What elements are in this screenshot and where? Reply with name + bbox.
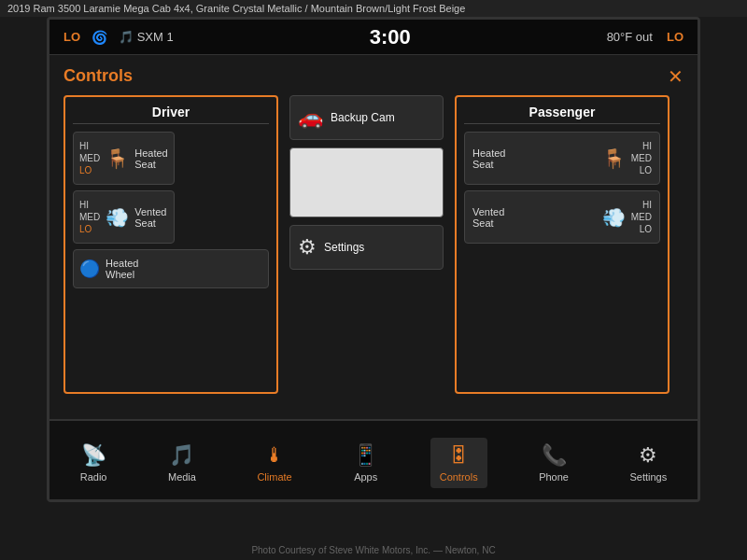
lo-left-badge: LO: [63, 30, 80, 44]
nav-item-radio[interactable]: 📡 Radio: [71, 438, 117, 488]
temperature-display: 80°F out: [607, 30, 653, 44]
backup-cam-preview: [289, 147, 444, 217]
climate-nav-label: Climate: [257, 471, 291, 483]
main-area: Controls ✕ Driver HI MED LO 🪑: [49, 55, 698, 419]
radio-nav-icon: 📡: [81, 443, 106, 468]
nav-item-apps[interactable]: 📱 Apps: [344, 438, 388, 488]
status-left: LO 🌀 🎵 SXM 1: [63, 30, 174, 45]
passenger-panel-title: Passenger: [464, 105, 660, 124]
backup-cam-label: Backup Cam: [331, 111, 395, 124]
infotainment-screen: LO 🌀 🎵 SXM 1 3:00 80°F out LO Controls ✕…: [47, 17, 700, 502]
nav-item-climate[interactable]: 🌡 Climate: [247, 438, 301, 488]
apps-nav-icon: 📱: [353, 443, 378, 468]
vented-seat-label: VentedSeat: [134, 206, 166, 229]
fan-icon: 🌀: [92, 30, 107, 45]
passenger-heated-seat-button[interactable]: HeatedSeat 🪑 HI MED LO: [464, 132, 660, 185]
nav-item-settings[interactable]: ⚙ Settings: [620, 438, 676, 488]
settings-nav-icon: ⚙: [639, 443, 657, 468]
pass-heated-seat-icon: 🪑: [602, 147, 626, 170]
backup-cam-button[interactable]: 🚗 Backup Cam: [289, 95, 444, 140]
passenger-vented-seat-button[interactable]: VentedSeat 💨 HI MED LO: [464, 190, 660, 244]
controls-header: Controls ✕: [63, 66, 684, 86]
passenger-controls-grid: HeatedSeat 🪑 HI MED LO VentedSeat 💨: [464, 132, 660, 244]
vehicle-color: Granite Crystal Metallic / Mountain Brow…: [196, 3, 466, 14]
center-panel: 🚗 Backup Cam ⚙ Settings: [289, 95, 444, 394]
nav-item-phone[interactable]: 📞 Phone: [529, 438, 578, 488]
pass-vented-seat-levels: HI MED LO: [631, 199, 652, 235]
watermark: Photo Courtesy of Steve White Motors, In…: [0, 545, 747, 555]
driver-vented-seat-levels: HI MED LO: [79, 199, 100, 235]
pass-vented-seat-label: VentedSeat: [472, 206, 597, 229]
controls-nav-label: Controls: [440, 471, 478, 483]
driver-heated-seat-button[interactable]: HI MED LO 🪑 HeatedSeat: [73, 132, 175, 185]
heated-wheel-icon: 🔵: [79, 259, 100, 279]
radio-nav-label: Radio: [80, 471, 107, 483]
settings-center-icon: ⚙: [298, 235, 317, 259]
heated-wheel-label: HeatedWheel: [106, 258, 138, 280]
pass-heated-seat-levels: HI MED LO: [631, 140, 652, 176]
media-nav-icon: 🎵: [169, 443, 194, 468]
media-nav-label: Media: [168, 471, 196, 483]
pass-vented-seat-icon: 💨: [602, 206, 626, 229]
passenger-panel: Passenger HeatedSeat 🪑 HI MED LO: [455, 95, 669, 394]
driver-controls-grid: HI MED LO 🪑 HeatedSeat HI MED: [73, 132, 269, 288]
phone-nav-icon: 📞: [542, 443, 567, 468]
climate-nav-icon: 🌡: [264, 443, 285, 468]
time-value: 3:00: [370, 25, 411, 49]
heated-seat-label: HeatedSeat: [134, 147, 167, 170]
apps-nav-label: Apps: [354, 471, 377, 483]
pass-heated-seat-label: HeatedSeat: [472, 147, 597, 170]
driver-heated-seat-levels: HI MED LO: [79, 140, 100, 176]
panels-row: Driver HI MED LO 🪑 HeatedSeat: [63, 95, 684, 394]
vented-seat-icon: 💨: [106, 206, 129, 229]
heated-seat-icon: 🪑: [106, 147, 129, 170]
settings-center-button[interactable]: ⚙ Settings: [289, 225, 444, 270]
lo-right-badge: LO: [667, 30, 684, 44]
controls-nav-icon: 🎛: [448, 443, 469, 468]
status-right: 80°F out LO: [607, 30, 684, 44]
nav-bar: 📡 Radio 🎵 Media 🌡 Climate 📱 Apps 🎛 Contr…: [49, 419, 698, 502]
driver-panel: Driver HI MED LO 🪑 HeatedSeat: [63, 95, 278, 394]
status-bar: LO 🌀 🎵 SXM 1 3:00 80°F out LO: [49, 20, 698, 55]
nav-item-media[interactable]: 🎵 Media: [159, 438, 205, 488]
truck-icon: 🚗: [298, 105, 323, 130]
close-button[interactable]: ✕: [668, 67, 684, 86]
driver-heated-wheel-button[interactable]: 🔵 HeatedWheel: [73, 249, 269, 288]
settings-nav-label: Settings: [629, 471, 667, 483]
nav-item-controls[interactable]: 🎛 Controls: [430, 438, 487, 488]
vehicle-name: 2019 Ram 3500 Laramie Mega Cab 4x4,: [7, 3, 193, 14]
clock-display: 3:00: [370, 25, 411, 49]
controls-title: Controls: [63, 66, 133, 86]
radio-label: 🎵 SXM 1: [119, 30, 174, 44]
settings-center-label: Settings: [324, 241, 364, 254]
driver-vented-seat-button[interactable]: HI MED LO 💨 VentedSeat: [73, 190, 175, 244]
phone-nav-label: Phone: [539, 471, 569, 483]
photo-caption: 2019 Ram 3500 Laramie Mega Cab 4x4, Gran…: [0, 0, 747, 17]
driver-panel-title: Driver: [73, 105, 269, 124]
